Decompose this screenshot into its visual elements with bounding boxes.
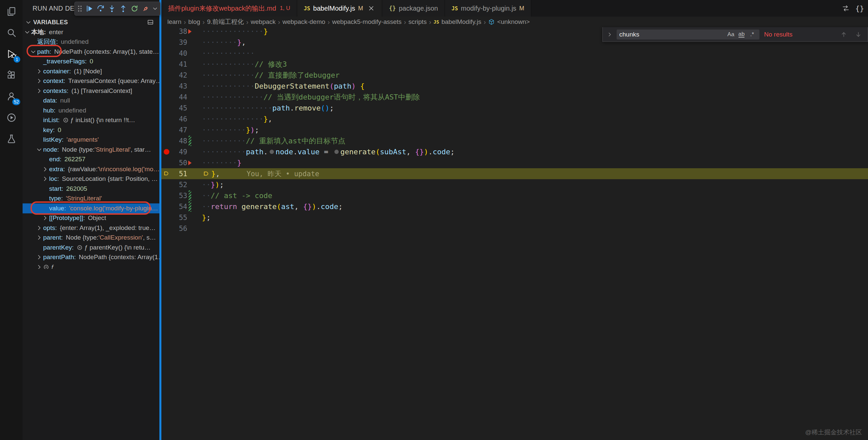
- activity-item-extensions[interactable]: [3, 67, 19, 83]
- variable-row[interactable]: opts:{enter: Array(1), _exploded: true…: [23, 223, 159, 233]
- chevron-right-icon[interactable]: [36, 225, 42, 231]
- editor-tab[interactable]: 插件plugin来修改webpack的输出.md1, U: [161, 0, 297, 16]
- variable-row[interactable]: end:262257: [23, 155, 159, 165]
- lazy-eval-icon[interactable]: [44, 265, 49, 269]
- breadcrumb-item[interactable]: webpack5-modify-assets: [332, 18, 401, 26]
- breakpoint-gutter[interactable]: [161, 212, 171, 223]
- activity-item-beaker[interactable]: [3, 131, 19, 147]
- chevron-down-icon[interactable]: [24, 29, 31, 35]
- breakpoint-gutter[interactable]: [161, 113, 171, 125]
- activity-item-run-circle[interactable]: [3, 109, 19, 126]
- editor-tab[interactable]: JSbabelModify.jsM: [297, 0, 382, 16]
- activity-item-files[interactable]: [3, 3, 19, 19]
- chevron-right-icon[interactable]: [42, 166, 49, 173]
- variable-row[interactable]: 返回值:undefined: [23, 37, 159, 47]
- variable-row[interactable]: ƒ: [23, 262, 159, 269]
- breadcrumb-item[interactable]: blog: [188, 18, 200, 26]
- chevron-down-icon[interactable]: [30, 48, 36, 55]
- disconnect-button[interactable]: [140, 3, 151, 14]
- find-next-button[interactable]: [853, 29, 864, 40]
- breakpoint-gutter[interactable]: [161, 157, 171, 168]
- variable-row[interactable]: path:NodePath {contexts: Array(1), state…: [23, 47, 159, 57]
- breakpoint-gutter[interactable]: [161, 59, 171, 70]
- variable-row[interactable]: inList:ƒ inList() {\n return !!t…: [23, 115, 159, 126]
- variable-row[interactable]: [[Prototype]]:Object: [23, 213, 159, 223]
- find-previous-button[interactable]: [838, 29, 849, 40]
- variable-row[interactable]: 本地:enter: [23, 27, 159, 37]
- breakpoint-gutter[interactable]: [161, 26, 171, 37]
- breadcrumb-item[interactable]: learn: [167, 18, 181, 26]
- lazy-eval-icon[interactable]: [63, 118, 68, 123]
- breakpoint-gutter[interactable]: [161, 135, 171, 146]
- continue-button[interactable]: [84, 3, 95, 14]
- editor-tab[interactable]: {}package.json: [382, 0, 445, 16]
- variable-row[interactable]: start:262005: [23, 184, 159, 194]
- breakpoint-gutter[interactable]: [161, 92, 171, 103]
- step-out-button[interactable]: [118, 3, 129, 14]
- variable-row[interactable]: extra:{rawValue: '\n\nconsole.log('mo…: [23, 164, 159, 174]
- step-into-button[interactable]: [106, 3, 118, 14]
- breakpoint-gutter[interactable]: [161, 223, 171, 234]
- chevron-right-icon[interactable]: [36, 78, 42, 84]
- chevron-right-icon[interactable]: [36, 254, 42, 261]
- toggle-replace-button[interactable]: [607, 31, 613, 38]
- drag-grip-icon[interactable]: [78, 6, 82, 11]
- activity-item-accounts[interactable]: 52: [3, 88, 19, 104]
- breakpoint-gutter[interactable]: [161, 103, 171, 113]
- breakpoint-icon[interactable]: [164, 149, 169, 155]
- whole-word-button[interactable]: ab: [737, 30, 746, 38]
- variable-row[interactable]: contexts:(1) [TraversalContext]: [23, 86, 159, 96]
- breadcrumb-item[interactable]: 9.前端工程化: [207, 18, 244, 26]
- regex-button[interactable]: .*: [747, 30, 757, 38]
- chevron-right-icon[interactable]: [36, 68, 42, 75]
- breakpoint-gutter[interactable]: [161, 179, 171, 190]
- chevron-down-icon[interactable]: [36, 146, 42, 153]
- breakpoint-gutter[interactable]: [161, 48, 171, 59]
- variable-row[interactable]: context:TraversalContext {queue: Array…: [23, 76, 159, 86]
- breakpoint-gutter[interactable]: [161, 37, 171, 48]
- variables-section-header[interactable]: VARIABLES: [23, 17, 159, 27]
- compare-changes-button[interactable]: [840, 3, 851, 14]
- lazy-eval-icon[interactable]: [78, 245, 82, 250]
- breakpoint-gutter[interactable]: [161, 125, 171, 135]
- chevron-down-icon[interactable]: [152, 6, 158, 11]
- editor-tab[interactable]: JSmodify-by-plugin.jsM: [445, 0, 531, 16]
- inline-breakpoint-candidate-icon[interactable]: [270, 150, 274, 154]
- variable-row[interactable]: parentKey:ƒ parentKey() {\n retu…: [23, 243, 159, 252]
- chevron-right-icon[interactable]: [36, 234, 42, 241]
- panel-icon[interactable]: [147, 19, 154, 26]
- restart-button[interactable]: [129, 3, 140, 14]
- curly-braces-button[interactable]: {}: [854, 3, 865, 14]
- activity-item-search[interactable]: [3, 25, 19, 40]
- chevron-right-icon[interactable]: [42, 175, 49, 182]
- breadcrumb-item[interactable]: webpack-demo: [283, 18, 326, 26]
- variable-row[interactable]: hub:undefined: [23, 105, 159, 115]
- variable-row[interactable]: key:0: [23, 125, 159, 135]
- variable-row[interactable]: parentPath:NodePath {contexts: Array(1…: [23, 252, 159, 263]
- variable-row[interactable]: loc:SourceLocation {start: Position, …: [23, 174, 159, 184]
- match-case-button[interactable]: Aa: [726, 30, 736, 38]
- breakpoint-gutter[interactable]: [161, 190, 171, 201]
- breakpoint-gutter[interactable]: [161, 201, 171, 212]
- breakpoint-gutter[interactable]: [161, 146, 171, 157]
- variable-row[interactable]: node:Node {type: 'StringLiteral', star…: [23, 145, 159, 155]
- variable-row[interactable]: _traverseFlags:0: [23, 57, 159, 67]
- activity-item-run-and-debug[interactable]: 1: [3, 46, 19, 62]
- chevron-right-icon[interactable]: [36, 264, 42, 269]
- chevron-right-icon[interactable]: [42, 215, 49, 221]
- find-query[interactable]: chunks: [619, 31, 725, 38]
- close-icon[interactable]: [367, 4, 375, 12]
- sidebar-resize-sash[interactable]: [159, 0, 161, 440]
- breadcrumb-item[interactable]: webpack: [251, 18, 276, 26]
- variable-row[interactable]: parent:Node {type: 'CallExpression', s…: [23, 233, 159, 243]
- breakpoint-gutter[interactable]: [161, 81, 171, 92]
- breadcrumb-item[interactable]: scripts: [408, 18, 427, 26]
- breakpoint-gutter[interactable]: [161, 70, 171, 81]
- breakpoint-gutter[interactable]: [161, 168, 171, 179]
- variable-row[interactable]: value:'console.log('modify-by-plugin…: [23, 203, 159, 213]
- step-over-button[interactable]: [95, 3, 106, 14]
- inline-breakpoint-candidate-icon[interactable]: [334, 150, 339, 154]
- chevron-right-icon[interactable]: [36, 88, 42, 94]
- breadcrumb-item[interactable]: <unknown>: [488, 18, 530, 26]
- variable-row[interactable]: data:null: [23, 96, 159, 106]
